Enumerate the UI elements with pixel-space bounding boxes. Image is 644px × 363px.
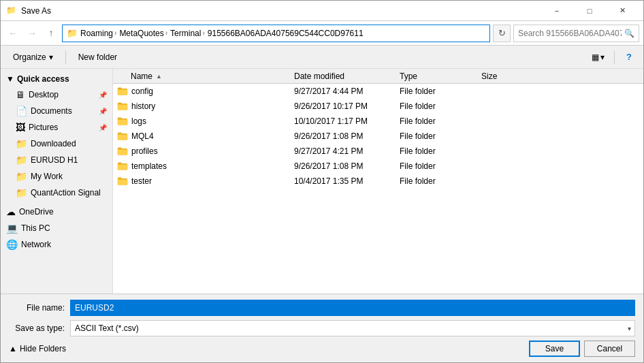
- main-content: ▼ Quick access 🖥 Desktop 📌 📄 Documents 📌: [1, 69, 643, 294]
- path-metaquotes: MetaQuotes ›: [119, 29, 167, 38]
- quantaction-folder-icon: 📁: [16, 187, 27, 198]
- table-row[interactable]: config 9/27/2017 4:44 PM File folder: [113, 84, 643, 99]
- cancel-button[interactable]: Cancel: [584, 341, 635, 357]
- minimize-button[interactable]: −: [541, 1, 573, 21]
- sidebar-item-thispc[interactable]: 💻 This PC: [1, 220, 112, 236]
- table-row[interactable]: templates 9/26/2017 1:08 PM File folder: [113, 159, 643, 174]
- view-icon: ▦: [592, 52, 599, 62]
- file-modified-cell: 9/27/2017 4:21 PM: [294, 146, 400, 156]
- maximize-button[interactable]: □: [574, 1, 605, 21]
- file-type-cell: File folder: [400, 146, 481, 156]
- sort-arrow-icon: ▲: [156, 73, 162, 80]
- search-box: 🔍: [513, 25, 639, 42]
- desktop-icon: 🖥: [16, 89, 25, 100]
- title-bar-icon: 📁: [6, 5, 17, 16]
- onedrive-label: OneDrive: [19, 207, 107, 217]
- file-name-cell: templates: [117, 161, 294, 171]
- savetype-label: Save as type:: [9, 323, 70, 333]
- hide-folders-button[interactable]: ▲ Hide Folders: [9, 344, 66, 353]
- mywork-folder-icon: 📁: [16, 171, 27, 182]
- table-row[interactable]: history 9/26/2017 10:17 PM File folder: [113, 99, 643, 114]
- search-input[interactable]: [518, 29, 622, 38]
- file-type-cell: File folder: [400, 176, 481, 186]
- table-row[interactable]: tester 10/4/2017 1:35 PM File folder: [113, 174, 643, 189]
- sidebar-item-downloaded[interactable]: 📁 Downloaded: [1, 136, 112, 152]
- bottom-section: File name: Save as type: ASCII Text (*.c…: [1, 294, 643, 362]
- savetype-row: Save as type: ASCII Text (*.csv) ▾: [9, 320, 635, 336]
- onedrive-icon: ☁: [6, 206, 16, 217]
- view-chevron-icon: ▾: [600, 52, 605, 62]
- eurusd-label: EURUSD H1: [31, 155, 107, 165]
- table-row[interactable]: logs 10/10/2017 1:17 PM File folder: [113, 114, 643, 129]
- file-type-cell: File folder: [400, 131, 481, 141]
- refresh-button[interactable]: ↻: [493, 25, 511, 42]
- file-area: Name ▲ Date modified Type Size: [113, 69, 643, 294]
- name-column-header[interactable]: Name ▲: [117, 72, 294, 81]
- file-type-cell: File folder: [400, 116, 481, 126]
- quick-access-header[interactable]: ▼ Quick access: [1, 72, 112, 86]
- sidebar-item-eurusd[interactable]: 📁 EURUSD H1: [1, 152, 112, 168]
- thispc-icon: 💻: [6, 223, 18, 234]
- file-type-cell: File folder: [400, 101, 481, 111]
- file-modified-cell: 9/26/2017 1:08 PM: [294, 161, 400, 171]
- documents-icon: 📄: [16, 106, 27, 116]
- sidebar-item-onedrive[interactable]: ☁ OneDrive: [1, 204, 112, 220]
- documents-label: Documents: [31, 106, 95, 116]
- pictures-pin-icon: 📌: [99, 124, 107, 131]
- title-bar-text: Save As: [21, 6, 51, 16]
- new-folder-button[interactable]: New folder: [71, 48, 124, 66]
- quantaction-label: QuantAction Signal: [31, 188, 107, 198]
- address-path[interactable]: 📁 Roaming › MetaQuotes › Terminal › 9155…: [62, 25, 490, 42]
- save-button[interactable]: Save: [529, 341, 580, 357]
- file-list: config 9/27/2017 4:44 PM File folder his…: [113, 84, 643, 294]
- savetype-wrapper: ASCII Text (*.csv) ▾: [70, 320, 635, 336]
- thispc-label: This PC: [21, 223, 107, 233]
- sidebar-item-mywork[interactable]: 📁 My Work: [1, 168, 112, 185]
- file-modified-cell: 9/26/2017 1:08 PM: [294, 131, 400, 141]
- folder-icon: [117, 101, 128, 111]
- desktop-label: Desktop: [29, 90, 95, 99]
- toolbar-separator: [65, 50, 66, 64]
- type-column-header[interactable]: Type: [400, 72, 481, 81]
- action-bar: ▲ Hide Folders Save Cancel: [9, 341, 635, 357]
- savetype-select[interactable]: ASCII Text (*.csv): [70, 320, 635, 336]
- file-name-cell: config: [117, 86, 294, 96]
- size-column-header[interactable]: Size: [481, 72, 536, 81]
- action-buttons: Save Cancel: [529, 341, 635, 357]
- table-row[interactable]: profiles 9/27/2017 4:21 PM File folder: [113, 144, 643, 159]
- up-button[interactable]: ↑: [43, 25, 59, 42]
- forward-button[interactable]: →: [24, 25, 40, 42]
- sidebar-item-pictures[interactable]: 🖼 Pictures 📌: [1, 119, 112, 136]
- folder-icon: [117, 176, 128, 186]
- title-bar: 📁 Save As − □ ✕: [1, 1, 643, 21]
- address-bar: ← → ↑ 📁 Roaming › MetaQuotes › Terminal …: [1, 21, 643, 46]
- quick-access-label: Quick access: [17, 74, 69, 84]
- file-name-cell: MQL4: [117, 131, 294, 141]
- file-modified-cell: 10/4/2017 1:35 PM: [294, 176, 400, 186]
- mywork-label: My Work: [31, 172, 107, 181]
- folder-icon: [117, 146, 128, 156]
- modified-column-header[interactable]: Date modified: [294, 72, 400, 81]
- folder-icon: [117, 86, 128, 96]
- file-modified-cell: 10/10/2017 1:17 PM: [294, 116, 400, 126]
- organize-button[interactable]: Organize ▾: [6, 48, 60, 66]
- sidebar-item-documents[interactable]: 📄 Documents 📌: [1, 103, 112, 119]
- documents-pin-icon: 📌: [99, 108, 107, 115]
- help-button[interactable]: ?: [620, 48, 638, 66]
- back-button[interactable]: ←: [5, 25, 21, 42]
- path-folder-icon: 📁: [67, 28, 78, 38]
- folder-icon: [117, 131, 128, 141]
- filename-input[interactable]: [70, 300, 635, 316]
- sidebar-item-quantaction[interactable]: 📁 QuantAction Signal: [1, 185, 112, 201]
- view-button[interactable]: ▦ ▾: [587, 48, 609, 66]
- column-header: Name ▲ Date modified Type Size: [113, 69, 643, 84]
- sidebar-item-network[interactable]: 🌐 Network: [1, 236, 112, 253]
- hide-folders-icon: ▲: [9, 344, 17, 353]
- close-button[interactable]: ✕: [607, 1, 638, 21]
- file-name-cell: profiles: [117, 146, 294, 156]
- table-row[interactable]: MQL4 9/26/2017 1:08 PM File folder: [113, 129, 643, 144]
- sidebar-item-desktop[interactable]: 🖥 Desktop 📌: [1, 86, 112, 103]
- folder-icon: [117, 116, 128, 126]
- network-icon: 🌐: [6, 239, 18, 250]
- file-modified-cell: 9/26/2017 10:17 PM: [294, 101, 400, 111]
